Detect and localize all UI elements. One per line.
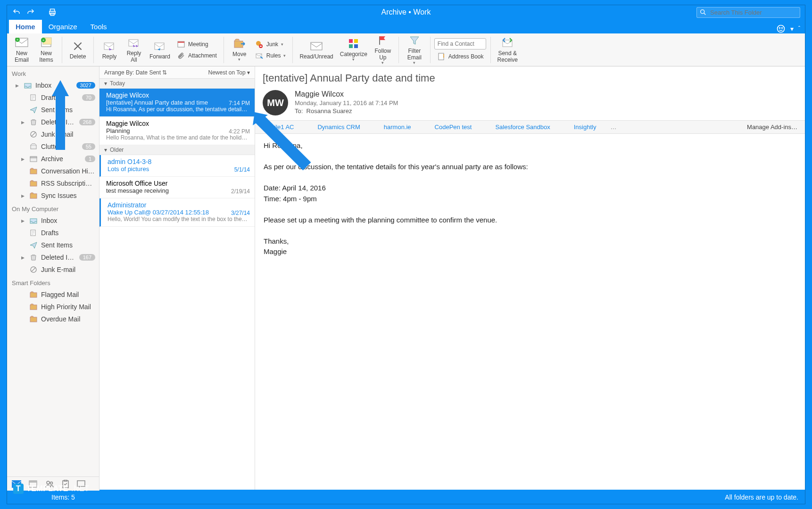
folder-item[interactable]: Drafts [7,227,99,239]
attachment-button[interactable]: Attachment [174,50,220,61]
folder-name: Inbox [35,82,73,89]
message-subject: Wake Up Call@ 03/27/2014 12:55:18 [108,209,250,216]
reply-button[interactable]: Reply [98,39,121,61]
rules-button[interactable]: Rules▾ [252,50,289,61]
folder-icon [29,118,38,126]
svg-rect-47 [30,293,37,297]
message-group-header[interactable]: ▾Today [99,79,255,89]
folder-item[interactable]: High Priority Mail [7,301,99,313]
account-icon[interactable] [776,24,786,33]
move-button[interactable]: Move▾ [228,36,251,63]
status-bar: Items: 5 All folders are up to date. [7,491,805,504]
svg-rect-26 [354,39,358,43]
folder-icon [29,315,38,323]
forward-button[interactable]: Forward [147,39,173,61]
status-items: Items: 5 [51,493,75,501]
message-sender: Administrator [108,201,250,209]
to-label: To: [295,107,303,115]
message-subject: [tentative] Annual Party date and time [106,99,250,106]
delete-button[interactable]: Delete [66,39,90,61]
addin-link[interactable]: CodePen test [435,123,472,131]
svg-rect-52 [29,481,37,483]
addin-link[interactable]: harmon.ie [384,123,411,131]
send-receive-button[interactable]: Send & Receive [495,35,521,64]
folder-item[interactable]: Drafts 70 [7,91,99,104]
message-subject: test message receiving [106,187,250,194]
tab-organize[interactable]: Organize [42,20,84,33]
message-item[interactable]: Microsoft Office User test message recei… [99,177,255,198]
folder-icon [29,216,38,225]
folder-item[interactable]: ▸ Deleted Items 268 [7,116,99,128]
message-sender: Maggie Wilcox [106,120,250,127]
tab-home[interactable]: Home [9,20,42,33]
delete-label: Delete [70,54,86,60]
folder-item[interactable]: Overdue Mail [7,313,99,325]
manage-addins-button[interactable]: Manage Add-ins… [747,123,797,131]
message-item[interactable]: Administrator Wake Up Call@ 03/27/2014 1… [99,198,255,227]
account-header-local[interactable]: On My Computer [7,202,99,214]
folder-icon [29,290,38,299]
addins-more-button[interactable]: … [610,123,616,131]
avatar: MW [263,90,288,115]
message-item[interactable]: admin O14-3-8 Lots of pictures 5/1/14 [99,155,255,177]
addin-link[interactable]: Dynamics CRM [317,123,360,131]
meeting-button[interactable]: Meeting [174,39,220,49]
find-contact-input[interactable] [434,38,486,49]
undo-icon[interactable] [12,8,21,17]
folder-badge: 167 [79,254,95,261]
folder-item[interactable]: Junk E-mail [7,263,99,276]
reply-all-button[interactable]: Reply All [122,35,146,64]
status-sync: All folders are up to date. [725,493,798,501]
addin-link[interactable]: Insightly [574,123,597,131]
folder-name: Flagged Mail [41,291,95,298]
smart-folders-header[interactable]: Smart Folders [7,276,99,288]
folder-icon [29,167,38,175]
folder-item[interactable]: Junk Email [7,128,99,140]
folder-item[interactable]: ▸ Deleted Items 167 [7,251,99,263]
expand-arrow-icon: ▸ [21,155,26,163]
folder-icon [29,191,38,200]
folder-item[interactable]: Sent Items [7,239,99,251]
message-item[interactable]: Maggie Wilcox Planning Hello Rosanna, Wh… [99,117,255,145]
watermark-net: .NET [71,484,89,493]
sort-order-button[interactable]: Newest on Top ▾ [208,69,250,76]
redo-icon[interactable] [26,8,35,17]
to-value: Rosanna Suarez [307,107,352,115]
arrange-by-button[interactable]: Arrange By: Date Sent ⇅ [104,69,167,76]
filter-email-button[interactable]: Filter Email▾ [403,33,426,66]
folder-item[interactable]: ▸ Inbox 3027 [7,79,99,91]
svg-rect-45 [32,254,35,255]
folder-item[interactable]: ▸ Archive 1 [7,153,99,165]
addin-link[interactable]: Salesforce Sandbox [495,123,550,131]
folder-item[interactable]: Conversation History [7,165,99,177]
folder-item[interactable]: Clutter 55 [7,140,99,153]
junk-button[interactable]: Junk▾ [252,39,289,49]
addin-link[interactable]: Mobile1 AC [263,123,294,131]
print-icon[interactable] [48,8,57,17]
follow-up-button[interactable]: Follow Up▾ [371,33,395,66]
folder-item[interactable]: RSS Subscriptions [7,177,99,189]
svg-rect-41 [30,181,37,186]
message-item[interactable]: Maggie Wilcox [tentative] Annual Party d… [99,89,255,117]
calendar-icon [177,40,185,49]
categorize-button[interactable]: Categorize▾ [337,36,370,63]
read-unread-button[interactable]: Read/Unread [297,39,336,61]
folder-item[interactable]: Flagged Mail [7,288,99,301]
new-email-button[interactable]: + New Email [10,35,33,64]
account-header-work[interactable]: Work [7,66,99,79]
tab-tools[interactable]: Tools [84,20,114,33]
group-title: Today [110,80,125,87]
address-book-button[interactable]: Address Book [434,51,487,62]
folder-item[interactable]: ▸ Inbox [7,214,99,227]
search-input[interactable] [696,7,800,18]
folder-item[interactable]: ▸ Sync Issues [7,189,99,202]
message-group-header[interactable]: ▾Older [99,145,255,155]
watermark-badge: T [13,484,24,494]
collapse-ribbon-icon[interactable]: ˆ [798,25,800,32]
addins-bar: Mobile1 ACDynamics CRMharmon.ieCodePen t… [255,120,805,134]
svg-rect-25 [349,39,353,43]
folder-item[interactable]: Sent Items [7,104,99,116]
message-time: 2/19/14 [231,188,250,195]
new-items-button[interactable]: + New Items [34,35,58,64]
message-preview: Hello Rosanna, What is the time and date… [106,134,250,141]
